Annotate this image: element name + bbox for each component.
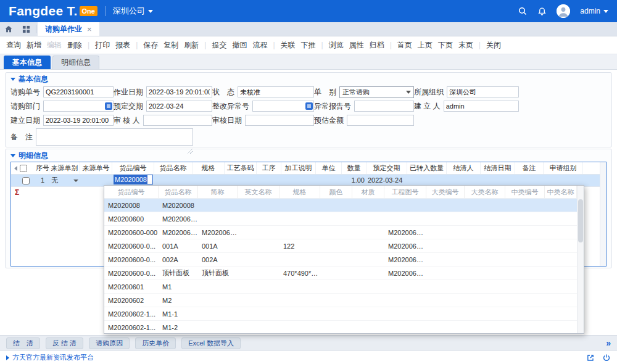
user-menu[interactable]: admin bbox=[580, 7, 608, 15]
toolbar-button-报表[interactable]: 报表 bbox=[115, 40, 130, 51]
popup-row[interactable]: M20200600-0...002A002AM20200600-0... bbox=[104, 253, 584, 267]
close-icon[interactable]: × bbox=[87, 25, 92, 33]
detail-col-备注[interactable]: 备注 bbox=[515, 162, 544, 174]
form-row-3: 建立日期 审 核 人 审核日期 预估金额 bbox=[10, 114, 607, 126]
toolbar-button-关联[interactable]: 关联 bbox=[281, 40, 296, 51]
dept-lookup-icon[interactable] bbox=[105, 102, 112, 110]
toolbar-button-下页[interactable]: 下页 bbox=[438, 40, 453, 51]
toolbar-button-上页[interactable]: 上页 bbox=[418, 40, 433, 51]
popup-row[interactable]: M20200600-000M20200600M20200600M20200600… bbox=[104, 226, 584, 239]
toolbar-button-复制[interactable]: 复制 bbox=[164, 40, 178, 51]
auditor-input[interactable] bbox=[143, 115, 212, 126]
bottom-button-请购原因[interactable]: 请购原因 bbox=[89, 337, 130, 349]
detail-col-工艺条码[interactable]: 工艺条码 bbox=[225, 162, 257, 174]
due-date-input[interactable] bbox=[146, 101, 212, 112]
detail-col-结清人[interactable]: 结清人 bbox=[447, 162, 481, 174]
detail-col-规格[interactable]: 规格 bbox=[193, 162, 225, 174]
remark-textarea[interactable] bbox=[36, 128, 193, 146]
toolbar-button-撤回[interactable]: 撤回 bbox=[232, 40, 247, 51]
detail-col-加工说明[interactable]: 加工说明 bbox=[281, 162, 316, 174]
toolbar-button-属性[interactable]: 属性 bbox=[349, 40, 364, 51]
popup-row[interactable]: M20200602M2 bbox=[104, 294, 584, 307]
bottom-button-Excel数据导入[interactable]: Excel 数据导入 bbox=[181, 337, 241, 349]
detail-col-数量[interactable]: 数量 bbox=[342, 162, 366, 174]
popup-row[interactable]: M20200600M20200600 bbox=[104, 212, 584, 226]
detail-cell-序号[interactable]: 1 bbox=[36, 175, 49, 186]
toolbar-button-打印[interactable]: 打印 bbox=[95, 40, 110, 51]
popup-scrollbar[interactable] bbox=[577, 186, 584, 333]
tab-purchase-request-job[interactable]: 请购单作业 × bbox=[38, 22, 99, 36]
detail-col-结清日期[interactable]: 结清日期 bbox=[481, 162, 515, 174]
app-window: Fangdee T. One 深圳公司 admin bbox=[0, 0, 617, 364]
popup-col-货品编号: 货品编号 bbox=[104, 186, 159, 198]
popup-row[interactable]: M20200602-1...M1-1 bbox=[104, 307, 584, 321]
dept-input[interactable] bbox=[43, 101, 114, 112]
tab-detail-info[interactable]: 明细信息 bbox=[52, 56, 99, 69]
bottom-button-结清[interactable]: 结 清 bbox=[6, 337, 40, 349]
detail-col-序号[interactable]: 序号 bbox=[36, 162, 49, 174]
detail-col-工序[interactable]: 工序 bbox=[257, 162, 281, 174]
toolbar-button-下推[interactable]: 下推 bbox=[301, 40, 316, 51]
detail-col-货品编号[interactable]: 货品编号 bbox=[112, 162, 154, 174]
bottom-button-历史单价[interactable]: 历史单价 bbox=[135, 337, 176, 349]
item-code-input[interactable]: M2020008 bbox=[114, 175, 153, 184]
audit-date-input[interactable] bbox=[245, 115, 314, 126]
detail-scrollbar[interactable] bbox=[600, 162, 606, 266]
creator-input[interactable] bbox=[444, 101, 519, 112]
toolbar-button-删除[interactable]: 删除 bbox=[67, 40, 82, 51]
toolbar-button-新增[interactable]: 新增 bbox=[27, 40, 41, 51]
popup-row[interactable]: M20200600-0...001A001A122M20200600-0... bbox=[104, 239, 584, 253]
toolbar-button-流程[interactable]: 流程 bbox=[252, 40, 267, 51]
expand-buttons-icon[interactable]: » bbox=[606, 338, 611, 348]
collapse-columns-icon[interactable] bbox=[14, 166, 17, 171]
popup-row[interactable]: M20200600-0...顶针面板顶针面板470*490*100M202006… bbox=[104, 267, 584, 280]
detail-col-预定交期[interactable]: 预定交期 bbox=[366, 162, 407, 174]
scrollbar-thumb[interactable] bbox=[578, 199, 583, 242]
popup-row[interactable]: M20200601M1 bbox=[104, 280, 584, 294]
status-input[interactable] bbox=[238, 86, 314, 97]
detail-col-已转入数量[interactable]: 已转入数量 bbox=[407, 162, 447, 174]
toolbar-button-归档[interactable]: 归档 bbox=[370, 40, 384, 51]
job-date-input[interactable] bbox=[146, 86, 212, 97]
org-input[interactable] bbox=[447, 86, 519, 97]
order-no-input[interactable] bbox=[43, 86, 114, 97]
tab-basic-info[interactable]: 基本信息 bbox=[4, 56, 51, 69]
open-external-icon[interactable] bbox=[586, 354, 595, 362]
toolbar-button-浏览[interactable]: 浏览 bbox=[329, 40, 344, 51]
row-checkbox[interactable] bbox=[22, 177, 30, 184]
rectify-no-input[interactable] bbox=[252, 101, 314, 112]
collapse-section-icon[interactable] bbox=[10, 154, 15, 157]
toolbar-button-刷新[interactable]: 刷新 bbox=[184, 40, 199, 51]
toolbar-button-关闭[interactable]: 关闭 bbox=[486, 40, 501, 51]
popup-row[interactable]: M2020008M2020008 bbox=[104, 199, 584, 212]
toolbar-button-编辑[interactable]: 编辑 bbox=[47, 40, 62, 51]
avatar[interactable] bbox=[557, 4, 570, 18]
create-date-input[interactable] bbox=[43, 115, 114, 126]
toolbar-button-首页[interactable]: 首页 bbox=[397, 40, 412, 51]
detail-col-货品名称[interactable]: 货品名称 bbox=[154, 162, 193, 174]
home-icon[interactable] bbox=[0, 22, 17, 36]
detail-col-来源单号[interactable]: 来源单号 bbox=[80, 162, 112, 174]
news-link[interactable]: 方天官方最新资讯发布平台 bbox=[6, 353, 94, 362]
detail-cell-来源单别[interactable]: 无 bbox=[49, 175, 80, 186]
est-amount-input[interactable] bbox=[347, 115, 414, 126]
bottom-button-反结清[interactable]: 反 结 清 bbox=[46, 337, 83, 349]
select-all-checkbox[interactable] bbox=[20, 165, 27, 172]
collapse-section-icon[interactable] bbox=[10, 78, 15, 81]
company-selector[interactable]: 深圳公司 bbox=[113, 6, 153, 17]
search-icon[interactable] bbox=[518, 6, 528, 16]
toolbar-button-保存[interactable]: 保存 bbox=[143, 40, 158, 51]
detail-col-来源单别[interactable]: 来源单别 bbox=[49, 162, 80, 174]
detail-col-单位[interactable]: 单位 bbox=[316, 162, 342, 174]
notification-bell-icon[interactable] bbox=[537, 7, 547, 16]
toolbar-button-查询[interactable]: 查询 bbox=[6, 40, 21, 51]
power-icon[interactable] bbox=[602, 354, 611, 362]
abnormal-no-input[interactable] bbox=[354, 101, 414, 112]
rectify-lookup-icon[interactable] bbox=[305, 102, 313, 110]
detail-col-申请组别[interactable]: 申请组别 bbox=[544, 162, 583, 174]
popup-row[interactable]: M20200602-1...M1-2 bbox=[104, 321, 584, 334]
order-type-select[interactable]: 正常请购 bbox=[339, 86, 414, 98]
toolbar-button-末页[interactable]: 末页 bbox=[458, 40, 473, 51]
toolbar-button-提交[interactable]: 提交 bbox=[212, 40, 226, 51]
apps-grid-icon[interactable] bbox=[17, 22, 35, 36]
